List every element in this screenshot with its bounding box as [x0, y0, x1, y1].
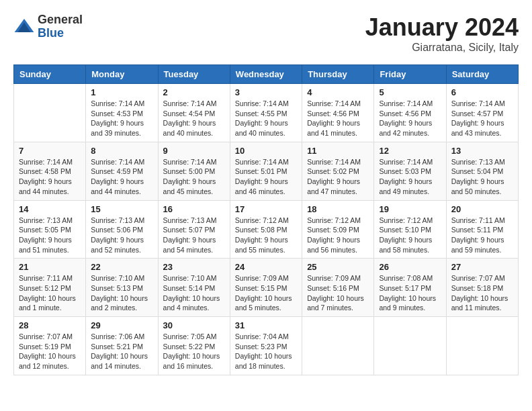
day-info: Sunrise: 7:04 AM Sunset: 5:23 PM Dayligh…: [235, 332, 297, 371]
day-info: Sunrise: 7:14 AM Sunset: 5:01 PM Dayligh…: [235, 157, 297, 197]
page-header: General Blue January 2024 Giarratana, Si…: [13, 13, 519, 54]
day-number: 24: [235, 262, 297, 272]
day-info: Sunrise: 7:11 AM Sunset: 5:11 PM Dayligh…: [451, 216, 513, 255]
day-info: Sunrise: 7:14 AM Sunset: 4:58 PM Dayligh…: [19, 157, 81, 197]
day-number: 13: [451, 146, 513, 156]
calendar-cell: 25Sunrise: 7:09 AM Sunset: 5:16 PM Dayli…: [302, 259, 374, 317]
weekday-header-sunday: Sunday: [14, 65, 86, 84]
day-info: Sunrise: 7:12 AM Sunset: 5:08 PM Dayligh…: [235, 216, 297, 255]
day-info: Sunrise: 7:13 AM Sunset: 5:06 PM Dayligh…: [91, 216, 152, 255]
day-number: 31: [235, 320, 297, 330]
calendar-cell: 23Sunrise: 7:10 AM Sunset: 5:14 PM Dayli…: [158, 259, 230, 317]
weekday-header-tuesday: Tuesday: [158, 65, 230, 84]
day-number: 30: [163, 320, 225, 330]
calendar-cell: 20Sunrise: 7:11 AM Sunset: 5:11 PM Dayli…: [446, 200, 518, 259]
calendar-week-row: 14Sunrise: 7:13 AM Sunset: 5:05 PM Dayli…: [14, 200, 519, 259]
day-info: Sunrise: 7:14 AM Sunset: 4:53 PM Dayligh…: [91, 99, 152, 138]
day-info: Sunrise: 7:10 AM Sunset: 5:14 PM Dayligh…: [163, 273, 225, 313]
weekday-header-thursday: Thursday: [302, 65, 374, 84]
calendar-week-row: 1Sunrise: 7:14 AM Sunset: 4:53 PM Daylig…: [14, 84, 519, 142]
day-info: Sunrise: 7:13 AM Sunset: 5:07 PM Dayligh…: [163, 216, 225, 255]
day-info: Sunrise: 7:10 AM Sunset: 5:13 PM Dayligh…: [91, 273, 152, 313]
day-info: Sunrise: 7:14 AM Sunset: 5:00 PM Dayligh…: [163, 157, 225, 197]
logo: General Blue: [13, 13, 83, 40]
calendar-cell: 26Sunrise: 7:08 AM Sunset: 5:17 PM Dayli…: [374, 259, 446, 317]
day-number: 16: [163, 204, 225, 214]
calendar-cell: 29Sunrise: 7:06 AM Sunset: 5:21 PM Dayli…: [86, 317, 158, 375]
day-number: 27: [451, 262, 513, 272]
day-number: 2: [163, 87, 225, 97]
day-number: 12: [379, 146, 441, 156]
calendar-cell: 22Sunrise: 7:10 AM Sunset: 5:13 PM Dayli…: [86, 259, 158, 317]
logo-icon: [13, 16, 35, 38]
day-number: 5: [379, 87, 441, 97]
location-text: Giarratana, Sicily, Italy: [365, 42, 519, 54]
day-number: 20: [451, 204, 513, 214]
day-number: 4: [307, 87, 369, 97]
calendar-cell: 24Sunrise: 7:09 AM Sunset: 5:15 PM Dayli…: [230, 259, 302, 317]
day-info: Sunrise: 7:09 AM Sunset: 5:16 PM Dayligh…: [307, 273, 369, 313]
day-number: 10: [235, 146, 297, 156]
day-info: Sunrise: 7:05 AM Sunset: 5:22 PM Dayligh…: [163, 332, 225, 371]
calendar-cell: [446, 317, 518, 375]
day-number: 8: [91, 146, 152, 156]
weekday-header-saturday: Saturday: [446, 65, 518, 84]
calendar-cell: 3Sunrise: 7:14 AM Sunset: 4:55 PM Daylig…: [230, 84, 302, 142]
calendar-cell: [14, 84, 86, 142]
day-number: 25: [307, 262, 369, 272]
day-info: Sunrise: 7:14 AM Sunset: 4:56 PM Dayligh…: [307, 99, 369, 138]
calendar-cell: 15Sunrise: 7:13 AM Sunset: 5:06 PM Dayli…: [86, 200, 158, 259]
logo-blue-text: Blue: [38, 27, 83, 40]
day-info: Sunrise: 7:14 AM Sunset: 4:54 PM Dayligh…: [163, 99, 225, 138]
calendar-cell: 10Sunrise: 7:14 AM Sunset: 5:01 PM Dayli…: [230, 142, 302, 200]
day-info: Sunrise: 7:07 AM Sunset: 5:19 PM Dayligh…: [19, 332, 81, 371]
day-info: Sunrise: 7:11 AM Sunset: 5:12 PM Dayligh…: [19, 273, 81, 313]
day-number: 29: [91, 320, 152, 330]
day-info: Sunrise: 7:14 AM Sunset: 4:57 PM Dayligh…: [451, 99, 513, 138]
calendar-cell: 21Sunrise: 7:11 AM Sunset: 5:12 PM Dayli…: [14, 259, 86, 317]
weekday-header-friday: Friday: [374, 65, 446, 84]
day-info: Sunrise: 7:14 AM Sunset: 4:59 PM Dayligh…: [91, 157, 152, 197]
day-info: Sunrise: 7:14 AM Sunset: 4:56 PM Dayligh…: [379, 99, 441, 138]
calendar-week-row: 21Sunrise: 7:11 AM Sunset: 5:12 PM Dayli…: [14, 259, 519, 317]
calendar-cell: 1Sunrise: 7:14 AM Sunset: 4:53 PM Daylig…: [86, 84, 158, 142]
logo-general-text: General: [38, 13, 83, 27]
calendar-cell: 9Sunrise: 7:14 AM Sunset: 5:00 PM Daylig…: [158, 142, 230, 200]
calendar-cell: 28Sunrise: 7:07 AM Sunset: 5:19 PM Dayli…: [14, 317, 86, 375]
weekday-header-wednesday: Wednesday: [230, 65, 302, 84]
calendar-cell: [302, 317, 374, 375]
calendar-cell: 16Sunrise: 7:13 AM Sunset: 5:07 PM Dayli…: [158, 200, 230, 259]
calendar-cell: 19Sunrise: 7:12 AM Sunset: 5:10 PM Dayli…: [374, 200, 446, 259]
calendar-cell: 14Sunrise: 7:13 AM Sunset: 5:05 PM Dayli…: [14, 200, 86, 259]
day-number: 9: [163, 146, 225, 156]
day-info: Sunrise: 7:06 AM Sunset: 5:21 PM Dayligh…: [91, 332, 152, 371]
calendar-cell: 18Sunrise: 7:12 AM Sunset: 5:09 PM Dayli…: [302, 200, 374, 259]
day-number: 26: [379, 262, 441, 272]
calendar-table: SundayMondayTuesdayWednesdayThursdayFrid…: [13, 64, 519, 375]
calendar-cell: 6Sunrise: 7:14 AM Sunset: 4:57 PM Daylig…: [446, 84, 518, 142]
calendar-cell: [374, 317, 446, 375]
day-number: 23: [163, 262, 225, 272]
calendar-cell: 27Sunrise: 7:07 AM Sunset: 5:18 PM Dayli…: [446, 259, 518, 317]
day-number: 7: [19, 146, 81, 156]
calendar-cell: 4Sunrise: 7:14 AM Sunset: 4:56 PM Daylig…: [302, 84, 374, 142]
calendar-cell: 31Sunrise: 7:04 AM Sunset: 5:23 PM Dayli…: [230, 317, 302, 375]
day-number: 6: [451, 87, 513, 97]
day-number: 28: [19, 320, 81, 330]
day-info: Sunrise: 7:14 AM Sunset: 4:55 PM Dayligh…: [235, 99, 297, 138]
day-number: 3: [235, 87, 297, 97]
weekday-header-monday: Monday: [86, 65, 158, 84]
calendar-week-row: 7Sunrise: 7:14 AM Sunset: 4:58 PM Daylig…: [14, 142, 519, 200]
calendar-week-row: 28Sunrise: 7:07 AM Sunset: 5:19 PM Dayli…: [14, 317, 519, 375]
calendar-cell: 17Sunrise: 7:12 AM Sunset: 5:08 PM Dayli…: [230, 200, 302, 259]
logo-text: General Blue: [38, 13, 83, 40]
day-info: Sunrise: 7:14 AM Sunset: 5:03 PM Dayligh…: [379, 157, 441, 197]
calendar-cell: 11Sunrise: 7:14 AM Sunset: 5:02 PM Dayli…: [302, 142, 374, 200]
day-info: Sunrise: 7:09 AM Sunset: 5:15 PM Dayligh…: [235, 273, 297, 313]
calendar-cell: 13Sunrise: 7:13 AM Sunset: 5:04 PM Dayli…: [446, 142, 518, 200]
title-block: January 2024 Giarratana, Sicily, Italy: [365, 13, 519, 54]
day-number: 19: [379, 204, 441, 214]
day-info: Sunrise: 7:14 AM Sunset: 5:02 PM Dayligh…: [307, 157, 369, 197]
day-number: 17: [235, 204, 297, 214]
day-number: 21: [19, 262, 81, 272]
